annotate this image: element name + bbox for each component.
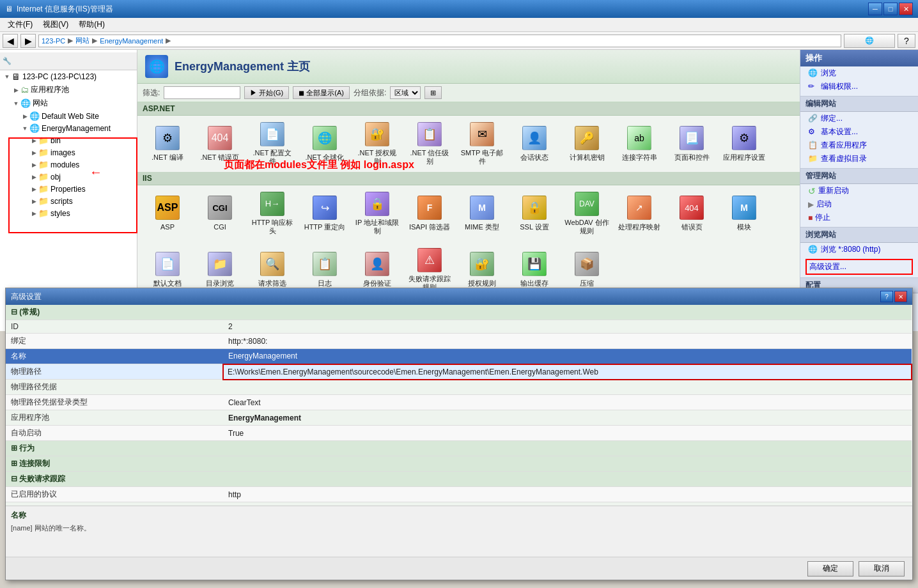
link-view-apps[interactable]: 📋 查看应用程序 (800, 139, 918, 152)
appsettings-icon: ⚙ (732, 126, 756, 150)
tree-item-pc[interactable]: ▼ 🖥 123-PC (123-PC\123) (0, 70, 137, 83)
tree-label-sites: 网站 (33, 98, 48, 109)
show-all-button[interactable]: ◼ 全部显示(A) (293, 86, 350, 99)
forward-button[interactable]: ▶ (20, 34, 36, 48)
icon-compress[interactable]: 📦 压缩 (562, 247, 612, 293)
net-error-icon: 404 (208, 126, 232, 150)
dialog-help-button[interactable]: ? (880, 291, 893, 302)
icon-machinekey[interactable]: 🔑 计算机密钥 (562, 121, 612, 167)
icon-net-config[interactable]: 📄 .NET 配置文件 (247, 121, 297, 167)
icon-net-error[interactable]: 404 .NET 错误页 (195, 121, 245, 167)
icon-ssl[interactable]: 🔒 SSL 设置 (510, 190, 559, 236)
icon-mime[interactable]: M MIME 类型 (457, 190, 507, 236)
icon-net-globalize[interactable]: 🌐 .NET 全球化 (300, 121, 350, 167)
icon-authz[interactable]: 🔐 授权规则 (457, 247, 507, 293)
icon-net-trust[interactable]: 📋 .NET 信任级别 (405, 121, 455, 167)
tree-item-modules[interactable]: ▶ 📁 modules (27, 159, 137, 171)
ok-button[interactable]: 确定 (807, 561, 853, 576)
icon-outbuf[interactable]: 💾 输出缓存 (510, 247, 559, 293)
window-title: Internet 信息服务(IIS)管理器 (17, 4, 113, 15)
link-bindings[interactable]: 🔗 绑定... (800, 112, 918, 125)
link-browse[interactable]: 🌐 浏览 (800, 66, 918, 80)
right-panel-header: 操作 (800, 50, 918, 66)
icon-cgi[interactable]: CGI CGI (195, 190, 245, 236)
back-button[interactable]: ◀ (3, 34, 18, 48)
filter-input[interactable] (164, 86, 240, 99)
val-id: 2 (223, 320, 912, 334)
maximize-button[interactable]: □ (883, 3, 898, 15)
tree-item-images[interactable]: ▶ 📁 images (27, 146, 137, 159)
ssl-icon: 🔒 (522, 196, 547, 220)
icon-net-auth[interactable]: 🔐 .NET 授权规则 (352, 121, 402, 167)
refresh-button[interactable]: 🌐 (844, 34, 895, 48)
crumb-sites[interactable]: 网站 (75, 36, 89, 45)
stop-controls: ■ 停止 (800, 211, 918, 224)
help-nav-button[interactable]: ? (898, 34, 915, 48)
icon-session[interactable]: 👤 会话状态 (510, 121, 559, 167)
row-protocol: 已启用的协议 http (6, 487, 912, 502)
icon-reqfilter[interactable]: 🔍 请求筛选 (247, 247, 297, 293)
icon-pages[interactable]: 📃 页面和控件 (667, 121, 717, 167)
icon-sites: 🌐 (20, 98, 31, 108)
tree-item-obj[interactable]: ▶ 📁 obj (27, 171, 137, 183)
tree-item-pool[interactable]: ▶ 🗂 应用程序池 (9, 83, 137, 97)
dialog-close-button[interactable]: ✕ (894, 291, 907, 302)
icon-defaultdoc[interactable]: 📄 默认文档 (143, 247, 192, 293)
icon-modules[interactable]: M 模块 (719, 190, 769, 236)
icon-http-response[interactable]: H→ HTTP 响应标头 (247, 190, 297, 236)
tree-item-bin[interactable]: ▶ 📁 bin (27, 134, 137, 146)
icon-modules-box: M (731, 195, 757, 220)
icon-webdav[interactable]: DAV WebDAV 创作规则 (562, 190, 612, 236)
icon-isapi[interactable]: F ISAPI 筛选器 (405, 190, 455, 236)
browse-icon: 🌐 (808, 68, 818, 79)
start-button[interactable]: ▶ 开始(G) (244, 86, 289, 99)
icon-errorpage[interactable]: 404 错误页 (667, 190, 717, 236)
manage-site-title: 管理网站 (800, 168, 918, 184)
tree-item-defaultsite[interactable]: ▶ 🌐 Default Web Site (18, 110, 137, 122)
menu-help[interactable]: 帮助(H) (74, 18, 110, 31)
key-physpath-credtype: 物理路径凭据登录类型 (6, 395, 223, 410)
link-view-vdirs[interactable]: 📁 查看虚拟目录 (800, 152, 918, 166)
edit-site-title: 编辑网站 (800, 96, 918, 112)
tree-label-modules: modules (51, 160, 79, 169)
link-stop[interactable]: ■ 停止 (808, 212, 830, 223)
cancel-button[interactable]: 取消 (859, 561, 905, 576)
icon-net-compile[interactable]: ⚙ .NET 编译 (143, 121, 192, 167)
outbuf-icon: 💾 (522, 252, 547, 276)
icon-log[interactable]: 📋 日志 (300, 247, 350, 293)
icon-connstr[interactable]: ab 连接字符串 (614, 121, 664, 167)
group-select[interactable]: 区域 (390, 86, 421, 99)
expander-styles: ▶ (29, 209, 38, 218)
link-edit-perms[interactable]: ✏ 编辑权限... (800, 80, 918, 93)
icon-handler[interactable]: ↗ 处理程序映射 (614, 190, 664, 236)
minimize-button[interactable]: ─ (868, 3, 882, 15)
crumb-pc[interactable]: 123-PC (42, 37, 65, 45)
link-restart[interactable]: ↺ 重新启动 (808, 185, 849, 196)
icon-dirbrowse[interactable]: 📁 目录浏览 (195, 247, 245, 293)
tree-label-properties: Properties (51, 185, 86, 194)
icon-ip-domain[interactable]: 🔒 IP 地址和域限制 (352, 190, 402, 236)
icon-http-redir[interactable]: ↪ HTTP 重定向 (300, 190, 350, 236)
icon-http-redir-box: ↪ (312, 195, 338, 220)
tree-item-styles[interactable]: ▶ 📁 styles (27, 207, 137, 219)
failreq-icon: ⚠ (417, 248, 442, 272)
tree-item-scripts[interactable]: ▶ 📁 scripts (27, 195, 137, 207)
menu-file[interactable]: 文件(F) (3, 18, 38, 31)
icon-appsettings[interactable]: ⚙ 应用程序设置 (719, 121, 769, 167)
icon-asp[interactable]: ASP ASP (143, 190, 192, 236)
crumb-energymgmt[interactable]: EnergyManagement (100, 37, 163, 45)
menu-view[interactable]: 视图(V) (38, 18, 74, 31)
view-toggle-button[interactable]: ⊞ (424, 86, 442, 99)
link-browse-8080[interactable]: 🌐 浏览 *:8080 (http) (800, 243, 918, 256)
dialog-title-bar: 高级设置 ? ✕ (6, 288, 912, 305)
tree-item-properties[interactable]: ▶ 📁 Properties (27, 183, 137, 195)
icon-smtp[interactable]: ✉ SMTP 电子邮件 (457, 121, 507, 167)
tree-item-sites[interactable]: ▼ 🌐 网站 (9, 97, 137, 110)
link-start[interactable]: ▶ 启动 (808, 199, 832, 210)
tree-item-energymgmt[interactable]: ▼ 🌐 EnergyManagement (18, 122, 137, 134)
close-button[interactable]: ✕ (899, 3, 913, 15)
link-advanced-settings[interactable]: 高级设置... (805, 259, 913, 275)
link-basic-settings[interactable]: ⚙ 基本设置... (800, 125, 918, 139)
icon-failreq[interactable]: ⚠ 失败请求跟踪规则 (405, 247, 455, 293)
icon-identity[interactable]: 👤 身份验证 (352, 247, 402, 293)
